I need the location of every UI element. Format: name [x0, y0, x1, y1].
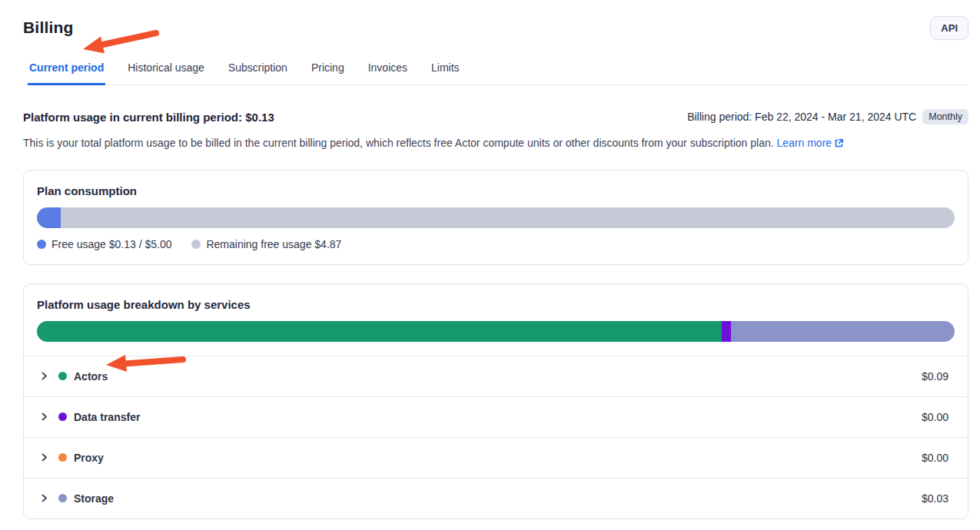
- service-label: Proxy: [74, 452, 104, 464]
- service-value: $0.00: [922, 452, 948, 464]
- usage-summary-row: Platform usage in current billing period…: [23, 109, 968, 124]
- usage-breakdown-card: Platform usage breakdown by services Act…: [23, 283, 968, 519]
- plan-consumption-legend: Free usage $0.13 / $5.00 Remaining free …: [37, 238, 955, 250]
- tab-subscription[interactable]: Subscription: [227, 57, 289, 85]
- proxy-color-dot: [58, 453, 67, 462]
- free-usage-dot: [37, 240, 46, 249]
- service-value: $0.00: [922, 411, 948, 423]
- tab-limits[interactable]: Limits: [430, 57, 461, 85]
- data-transfer-bar-segment: [722, 321, 731, 342]
- learn-more-link[interactable]: Learn more: [776, 137, 844, 149]
- remaining-usage-dot: [191, 240, 201, 249]
- service-value: $0.03: [922, 492, 948, 505]
- remaining-usage-label: Remaining free usage $4.87: [206, 238, 341, 250]
- storage-bar-segment: [731, 321, 955, 342]
- usage-breakdown-bar: [37, 321, 955, 342]
- legend-item-free-usage: Free usage $0.13 / $5.00: [37, 238, 171, 250]
- service-row-data-transfer[interactable]: Data transfer $0.00: [24, 396, 968, 437]
- billing-period-text: Billing period: Feb 22, 2024 - Mar 21, 2…: [687, 111, 916, 123]
- usage-description: This is your total platform usage to be …: [23, 136, 968, 151]
- page-header: Billing API: [23, 0, 968, 37]
- storage-color-dot: [58, 494, 67, 502]
- free-usage-label: Free usage $0.13 / $5.00: [51, 238, 171, 250]
- service-value: $0.09: [922, 370, 948, 383]
- page-title: Billing: [23, 18, 968, 37]
- chevron-right-icon[interactable]: [39, 452, 49, 462]
- billing-tabs: Current period Historical usage Subscrip…: [23, 57, 968, 85]
- usage-breakdown-title: Platform usage breakdown by services: [37, 298, 955, 311]
- chevron-right-icon[interactable]: [39, 412, 49, 422]
- tab-pricing[interactable]: Pricing: [310, 57, 346, 85]
- billing-page: Billing API Current period Historical us…: [0, 0, 980, 530]
- api-button[interactable]: API: [930, 16, 968, 40]
- plan-consumption-bar: [37, 207, 955, 228]
- tab-invoices[interactable]: Invoices: [367, 57, 409, 85]
- legend-item-remaining-usage: Remaining free usage $4.87: [191, 238, 341, 250]
- plan-consumption-card: Plan consumption Free usage $0.13 / $5.0…: [23, 170, 968, 265]
- tab-historical-usage[interactable]: Historical usage: [126, 57, 206, 85]
- service-row-proxy[interactable]: Proxy $0.00: [24, 437, 968, 478]
- actors-color-dot: [58, 372, 67, 380]
- data-transfer-color-dot: [58, 412, 67, 421]
- service-row-actors[interactable]: Actors $0.09: [24, 356, 968, 396]
- plan-consumption-title: Plan consumption: [37, 184, 955, 197]
- service-label: Storage: [74, 492, 114, 505]
- remaining-usage-bar-segment: [61, 207, 955, 228]
- actors-bar-segment: [37, 321, 722, 342]
- service-label: Data transfer: [74, 411, 140, 423]
- usage-description-text: This is your total platform usage to be …: [23, 137, 774, 149]
- service-label: Actors: [74, 370, 108, 383]
- chevron-right-icon[interactable]: [39, 371, 49, 381]
- tab-current-period[interactable]: Current period: [28, 57, 105, 85]
- chevron-right-icon[interactable]: [39, 493, 49, 503]
- billing-period-wrap: Billing period: Feb 22, 2024 - Mar 21, 2…: [687, 109, 968, 124]
- service-row-storage[interactable]: Storage $0.03: [24, 478, 968, 518]
- free-usage-bar-segment: [37, 207, 61, 228]
- service-rows: Actors $0.09 Data transfer $0.00 Proxy $…: [24, 356, 968, 518]
- external-link-icon: [834, 138, 844, 148]
- usage-summary-heading: Platform usage in current billing period…: [23, 111, 274, 124]
- billing-cycle-badge: Monthly: [922, 109, 968, 124]
